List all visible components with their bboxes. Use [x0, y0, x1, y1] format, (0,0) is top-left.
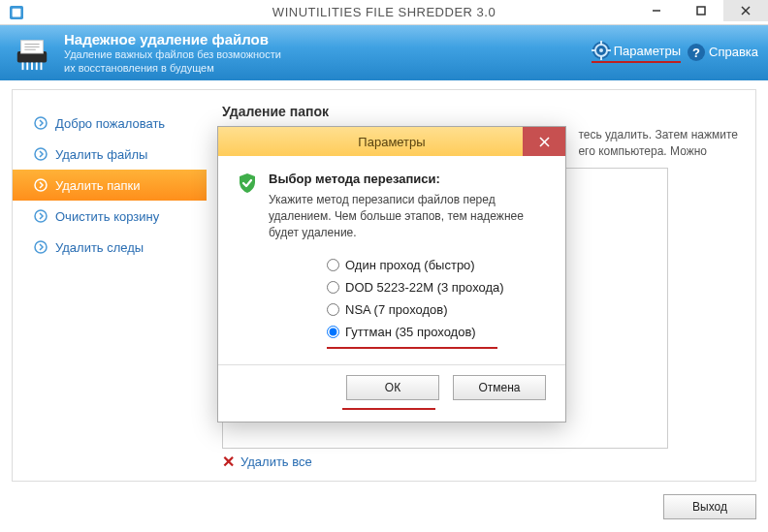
annotation-underline-ok — [342, 408, 435, 410]
chevron-right-icon — [34, 116, 48, 130]
sidebar-item-label: Добро пожаловать — [55, 116, 165, 131]
annotation-underline — [327, 347, 497, 349]
dialog-title: Параметры — [358, 135, 425, 149]
window-title: WINUTILITIES FILE SHREDDER 3.0 — [272, 5, 496, 19]
cancel-button[interactable]: Отмена — [453, 375, 546, 400]
minimize-button[interactable] — [634, 0, 679, 21]
chevron-right-icon — [34, 147, 48, 161]
titlebar: WINUTILITIES FILE SHREDDER 3.0 — [0, 0, 768, 25]
svg-point-28 — [35, 210, 47, 222]
help-link[interactable]: ? Справка — [687, 43, 758, 62]
section-title: Удаление папок — [222, 104, 740, 119]
footer: Выход — [12, 489, 756, 524]
hint-text: тесь удалить. Затем нажмите его компьюте… — [578, 127, 738, 160]
svg-rect-3 — [697, 7, 705, 15]
window-controls — [634, 0, 768, 21]
dialog-description: Укажите метод перезаписи файлов перед уд… — [269, 192, 548, 240]
dialog-body: Выбор метода перезаписи: Укажите метод п… — [218, 156, 565, 422]
dialog-buttons: ОК Отмена — [236, 375, 548, 406]
close-icon — [539, 137, 550, 147]
svg-point-25 — [35, 117, 47, 129]
sidebar-item-delete-folders[interactable]: Удалить папки — [13, 170, 207, 201]
delete-all-label: Удалить все — [240, 454, 312, 469]
header-links: Параметры ? Справка — [592, 41, 758, 63]
sidebar-item-welcome[interactable]: Добро пожаловать — [13, 108, 207, 139]
chevron-right-icon — [34, 240, 48, 254]
dialog-titlebar: Параметры — [218, 127, 565, 156]
x-icon: ✕ — [222, 453, 235, 471]
header-banner: Надежное удаление файлов Удаление важных… — [0, 25, 768, 80]
params-link-label: Параметры — [614, 44, 681, 58]
header-text: Надежное удаление файлов Удаление важных… — [64, 31, 281, 76]
delete-all-link[interactable]: ✕ Удалить все — [222, 453, 312, 471]
shield-icon — [236, 172, 259, 195]
separator — [218, 364, 565, 365]
svg-rect-1 — [13, 9, 21, 17]
radio-nsa[interactable]: NSA (7 проходов) — [327, 302, 548, 317]
chevron-right-icon — [34, 209, 48, 223]
svg-point-26 — [35, 148, 47, 160]
exit-button[interactable]: Выход — [663, 494, 756, 519]
sidebar-item-label: Удалить файлы — [55, 147, 147, 162]
header-title: Надежное удаление файлов — [64, 31, 281, 47]
maximize-button[interactable] — [679, 0, 723, 21]
sidebar: Добро пожаловать Удалить файлы Удалить п… — [13, 90, 207, 481]
help-icon: ? — [687, 43, 706, 62]
svg-point-29 — [35, 241, 47, 253]
bottom-links: ✕ Удалить все — [222, 453, 312, 471]
params-link[interactable]: Параметры — [592, 41, 681, 63]
overwrite-method-group: Один проход (быстро) DOD 5223-22M (3 про… — [327, 258, 548, 339]
header-subtitle-1: Удаление важных файлов без возможности — [64, 48, 281, 62]
shredder-icon — [14, 35, 50, 72]
close-button[interactable] — [723, 0, 768, 21]
header-subtitle-2: их восстановления в будущем — [64, 62, 281, 76]
chevron-right-icon — [34, 178, 48, 192]
settings-dialog: Параметры Выбор метода перезаписи: Укажи… — [217, 126, 566, 422]
sidebar-item-delete-files[interactable]: Удалить файлы — [13, 139, 207, 170]
sidebar-item-label: Очистить корзину — [55, 209, 159, 224]
dialog-close-button[interactable] — [523, 127, 565, 156]
app-icon — [10, 6, 23, 19]
svg-text:?: ? — [692, 46, 700, 60]
svg-point-18 — [599, 48, 603, 52]
radio-one-pass[interactable]: Один проход (быстро) — [327, 258, 548, 272]
sidebar-item-label: Удалить следы — [55, 240, 144, 255]
sidebar-item-label: Удалить папки — [55, 178, 141, 193]
ok-button[interactable]: ОК — [346, 375, 439, 400]
sidebar-item-delete-traces[interactable]: Удалить следы — [13, 232, 207, 263]
sidebar-item-empty-recycle[interactable]: Очистить корзину — [13, 201, 207, 232]
radio-dod[interactable]: DOD 5223-22M (3 прохода) — [327, 280, 548, 295]
svg-point-27 — [35, 179, 47, 191]
dialog-heading: Выбор метода перезаписи: — [269, 172, 548, 186]
radio-gutmann[interactable]: Гуттман (35 проходов) — [327, 325, 548, 339]
help-link-label: Справка — [709, 45, 758, 59]
gear-icon — [592, 41, 611, 60]
